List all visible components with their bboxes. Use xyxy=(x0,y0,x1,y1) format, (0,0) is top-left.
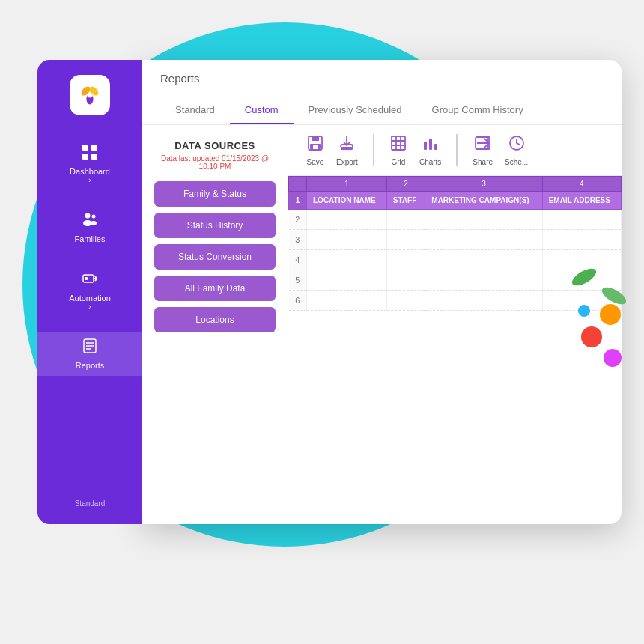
dashboard-arrow: › xyxy=(88,176,91,184)
toolbar-save[interactable]: Save xyxy=(300,134,330,166)
cell-2-1 xyxy=(307,210,387,230)
cell-5-3 xyxy=(425,270,542,291)
col-header-marketing: MARKETING CAMPAIGN(S) xyxy=(425,192,542,210)
toolbar-schedule[interactable]: Sche... xyxy=(499,134,534,166)
share-label: Share xyxy=(473,158,493,166)
main-container: Dashboard › Families xyxy=(37,60,622,524)
col-num-header-3: 3 xyxy=(425,177,542,192)
schedule-icon xyxy=(508,134,526,157)
save-icon xyxy=(306,134,324,157)
charts-icon xyxy=(422,134,440,157)
svg-rect-31 xyxy=(424,142,427,150)
save-label: Save xyxy=(307,158,324,166)
reports-label: Reports xyxy=(76,361,105,370)
toolbar-charts[interactable]: Charts xyxy=(413,134,447,166)
sidebar-item-families[interactable]: Families xyxy=(37,205,142,249)
table-row: 2 xyxy=(289,210,622,230)
row-num-3: 3 xyxy=(289,230,307,250)
col-header-location: LOCATION NAME xyxy=(307,192,387,210)
schedule-label: Sche... xyxy=(505,158,528,166)
decorative-flower xyxy=(569,255,629,377)
dashboard-label: Dashboard xyxy=(70,167,110,176)
ds-button-family-status[interactable]: Family & Status xyxy=(154,181,276,207)
toolbar-export[interactable]: Export xyxy=(330,134,364,166)
cell-3-2 xyxy=(386,230,425,250)
row-num-2: 2 xyxy=(289,210,307,230)
charts-label: Charts xyxy=(419,158,441,166)
cell-3-3 xyxy=(425,230,542,250)
toolbar-share[interactable]: Share xyxy=(467,134,499,166)
cell-6-1 xyxy=(307,291,387,311)
svg-rect-26 xyxy=(392,136,405,150)
families-icon xyxy=(82,211,98,231)
cell-2-2 xyxy=(386,210,425,230)
svg-rect-25 xyxy=(341,147,353,150)
svg-rect-5 xyxy=(91,145,97,151)
svg-point-3 xyxy=(87,92,92,97)
logo-icon xyxy=(76,82,103,109)
sidebar-item-automation[interactable]: Automation › xyxy=(37,264,142,317)
row-num-4: 4 xyxy=(289,250,307,270)
standard-label: Standard xyxy=(75,496,106,511)
ds-button-locations[interactable]: Locations xyxy=(154,307,276,332)
reports-icon xyxy=(82,338,98,358)
ds-button-status-conversion[interactable]: Status Conversion xyxy=(154,244,276,270)
col-num-header-0 xyxy=(289,177,307,192)
svg-rect-6 xyxy=(82,154,88,160)
col-header-staff: STAFF xyxy=(386,192,425,210)
families-label: Families xyxy=(75,234,106,243)
svg-rect-32 xyxy=(429,139,432,150)
svg-point-41 xyxy=(578,305,590,317)
content-body: DATA SOURCES Data last updated 01/15/202… xyxy=(142,125,622,507)
toolbar-group-grid-charts: Grid Charts xyxy=(383,134,458,166)
tabs-container: Standard Custom Previously Scheduled Gro… xyxy=(160,97,604,124)
row-num-6: 6 xyxy=(289,291,307,311)
tab-group-comm-history[interactable]: Group Comm History xyxy=(417,97,538,124)
grid-label: Grid xyxy=(391,158,405,166)
content-area: Reports Standard Custom Previously Sched… xyxy=(142,60,622,524)
cell-2-4 xyxy=(542,210,621,230)
toolbar-group-save-export: Save Export xyxy=(300,134,374,166)
export-label: Export xyxy=(336,158,358,166)
sidebar-item-reports[interactable]: Reports xyxy=(37,332,142,376)
ds-button-all-family-data[interactable]: All Family Data xyxy=(154,276,276,301)
col-numbers-row: 1 2 3 4 xyxy=(289,177,622,192)
cell-5-2 xyxy=(386,270,425,291)
app-logo xyxy=(70,75,110,115)
ds-button-status-history[interactable]: Status History xyxy=(154,213,276,238)
cell-3-4 xyxy=(542,230,621,250)
col-num-header-4: 4 xyxy=(542,177,621,192)
toolbar: Save Export xyxy=(288,125,622,176)
svg-point-11 xyxy=(91,221,97,225)
svg-rect-22 xyxy=(312,136,319,141)
toolbar-grid[interactable]: Grid xyxy=(383,134,413,166)
cell-4-2 xyxy=(386,250,425,270)
svg-point-37 xyxy=(599,284,628,308)
grid-icon xyxy=(389,134,407,157)
cell-6-3 xyxy=(425,291,542,311)
sidebar-item-dashboard[interactable]: Dashboard › xyxy=(37,138,142,190)
svg-point-8 xyxy=(85,213,91,219)
tab-custom[interactable]: Custom xyxy=(230,97,294,124)
col-headers-row: 1 LOCATION NAME STAFF MARKETING CAMPAIGN… xyxy=(289,192,622,210)
svg-rect-24 xyxy=(313,145,318,149)
svg-point-36 xyxy=(569,265,598,289)
data-sources-title: DATA SOURCES xyxy=(154,140,276,151)
export-icon xyxy=(338,134,356,157)
tab-previously-scheduled[interactable]: Previously Scheduled xyxy=(294,97,417,124)
svg-rect-4 xyxy=(82,145,88,151)
cell-4-1 xyxy=(307,250,387,270)
cell-4-3 xyxy=(425,250,542,270)
reports-header: Reports Standard Custom Previously Sched… xyxy=(142,60,622,125)
dashboard-icon xyxy=(82,144,98,164)
svg-point-9 xyxy=(92,215,96,219)
tab-standard[interactable]: Standard xyxy=(160,97,230,124)
table-row: 3 xyxy=(289,230,622,250)
col-num-header-2: 2 xyxy=(386,177,425,192)
svg-rect-7 xyxy=(91,154,97,160)
sidebar: Dashboard › Families xyxy=(37,60,142,524)
data-sources-updated: Data last updated 01/15/2023 @ 10:10 PM xyxy=(154,154,276,171)
svg-point-38 xyxy=(600,304,621,325)
cell-3-1 xyxy=(307,230,387,250)
cell-2-3 xyxy=(425,210,542,230)
